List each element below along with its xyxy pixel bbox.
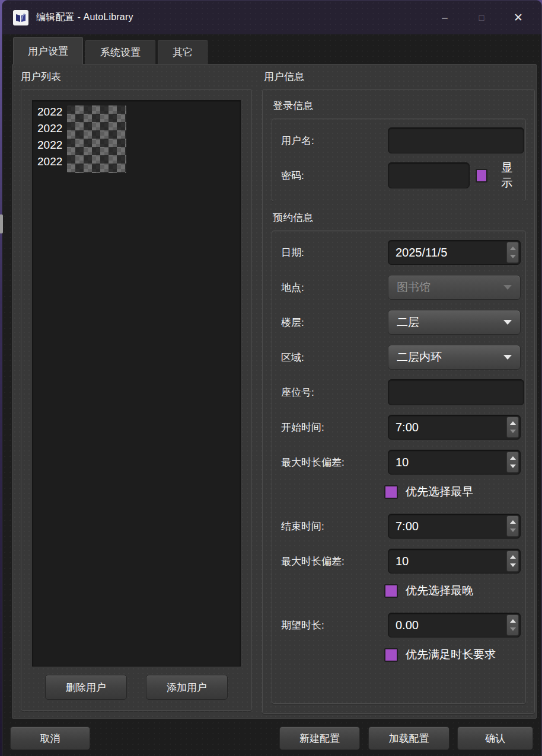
add-user-button[interactable]: 添加用户	[146, 675, 228, 700]
spin-down-icon[interactable]	[510, 528, 516, 532]
start-deviation-value: 10	[388, 456, 506, 469]
location-label: 地点:	[281, 281, 388, 294]
delete-user-button[interactable]: 删除用户	[45, 675, 127, 700]
spin-up-icon[interactable]	[510, 520, 516, 524]
area-label: 区域:	[281, 351, 388, 364]
close-icon[interactable]: ✕	[500, 5, 537, 31]
prefer-latest-label: 优先选择最晚	[406, 583, 473, 598]
password-field[interactable]	[388, 162, 470, 188]
end-deviation-label: 最大时长偏差:	[281, 555, 388, 568]
start-time-spin-buttons[interactable]	[506, 417, 519, 438]
spin-down-icon[interactable]	[510, 627, 516, 631]
window-title: 编辑配置 - AutoLibrary	[36, 11, 133, 24]
start-time-spinbox[interactable]: 7:00	[388, 415, 521, 440]
prefer-earliest-row: 优先选择最早	[384, 484, 521, 499]
tab-bar: 用户设置 系统设置 其它	[2, 34, 541, 64]
floor-label: 楼层:	[281, 316, 388, 329]
tab-user-settings[interactable]: 用户设置	[13, 37, 83, 65]
reservation-groupbox: 日期: 2025/11/5 地点: 图书馆	[272, 230, 526, 704]
end-deviation-spinbox[interactable]: 10	[388, 549, 521, 574]
date-label: 日期:	[281, 246, 388, 260]
expected-duration-label: 期望时长:	[281, 619, 388, 632]
end-time-value: 7:00	[388, 520, 506, 533]
user-settings-panel: 用户列表 2022 2022 2022 2022 删除用户 添加用户 用户信息 …	[12, 64, 537, 719]
start-deviation-spinbox[interactable]: 10	[388, 450, 521, 475]
spin-down-icon[interactable]	[510, 465, 516, 468]
location-dropdown: 图书馆	[388, 275, 521, 300]
chevron-down-icon	[503, 285, 512, 290]
reservation-info-title: 预约信息	[273, 211, 526, 225]
titlebar: 编辑配置 - AutoLibrary – □ ✕	[2, 1, 541, 34]
user-list-buttons: 删除用户 添加用户	[32, 667, 241, 700]
password-label: 密码:	[281, 169, 388, 182]
expected-duration-spinbox[interactable]: 0.00	[388, 613, 521, 638]
login-info-groupbox: 用户名: 密码: 显示	[272, 118, 526, 201]
minimize-icon[interactable]: –	[426, 5, 463, 31]
end-time-spin-buttons[interactable]	[506, 515, 519, 537]
user-list-title: 用户列表	[21, 70, 252, 84]
seat-label: 座位号:	[281, 386, 388, 399]
spin-up-icon[interactable]	[510, 456, 516, 460]
prefer-duration-checkbox[interactable]	[384, 648, 398, 662]
start-deviation-label: 最大时长偏差:	[281, 456, 388, 469]
expected-duration-value: 0.00	[388, 619, 506, 632]
user-list-section: 用户列表 2022 2022 2022 2022 删除用户 添加用户	[21, 70, 252, 711]
end-deviation-value: 10	[388, 555, 506, 568]
background-window-edge	[0, 214, 3, 233]
prefer-latest-checkbox[interactable]	[384, 584, 398, 598]
prefer-duration-label: 优先满足时长要求	[406, 647, 496, 662]
window-controls: – □ ✕	[426, 5, 537, 31]
spin-up-icon[interactable]	[510, 246, 516, 250]
username-label: 用户名:	[281, 134, 388, 148]
show-password-checkbox[interactable]	[476, 169, 487, 182]
spin-down-icon[interactable]	[510, 563, 516, 567]
footer-bar: 取消 新建配置 加载配置 确认	[2, 719, 541, 756]
prefer-earliest-label: 优先选择最早	[406, 484, 473, 499]
user-info-section: 用户信息 登录信息 用户名: 密码: 显示	[262, 70, 535, 714]
end-deviation-spin-buttons[interactable]	[506, 550, 519, 572]
new-config-button[interactable]: 新建配置	[279, 726, 360, 750]
spin-up-icon[interactable]	[510, 421, 516, 425]
spin-down-icon[interactable]	[510, 430, 516, 433]
cancel-button[interactable]: 取消	[10, 726, 90, 750]
user-info-groupbox: 登录信息 用户名: 密码: 显示 预约信息	[262, 89, 535, 714]
prefer-latest-row: 优先选择最晚	[384, 583, 521, 598]
end-time-label: 结束时间:	[281, 520, 388, 533]
start-time-value: 7:00	[388, 421, 506, 434]
area-dropdown[interactable]: 二层内环	[388, 345, 521, 370]
tab-system-settings[interactable]: 系统设置	[85, 40, 155, 64]
prefer-earliest-checkbox[interactable]	[384, 485, 398, 499]
seat-field[interactable]	[388, 379, 524, 405]
spin-down-icon[interactable]	[510, 255, 516, 258]
app-window: 编辑配置 - AutoLibrary – □ ✕ 用户设置 系统设置 其它 用户…	[2, 0, 542, 756]
date-value: 2025/11/5	[388, 246, 506, 260]
end-time-spinbox[interactable]: 7:00	[388, 514, 521, 539]
show-password-label: 显示	[501, 160, 521, 191]
start-time-label: 开始时间:	[281, 421, 388, 434]
floor-dropdown[interactable]: 二层	[388, 310, 521, 335]
floor-value: 二层	[397, 315, 419, 330]
spin-up-icon[interactable]	[510, 555, 516, 559]
user-info-title: 用户信息	[264, 70, 535, 84]
tab-other[interactable]: 其它	[158, 40, 208, 64]
location-value: 图书馆	[397, 280, 431, 295]
spin-up-icon[interactable]	[510, 619, 516, 623]
date-spinbox[interactable]: 2025/11/5	[388, 240, 521, 265]
chevron-down-icon	[503, 355, 512, 360]
user-list-groupbox: 2022 2022 2022 2022 删除用户 添加用户	[21, 89, 252, 711]
user-listbox[interactable]: 2022 2022 2022 2022	[32, 100, 241, 667]
login-info-title: 登录信息	[273, 99, 526, 113]
load-config-button[interactable]: 加载配置	[368, 726, 449, 750]
username-field[interactable]	[388, 127, 524, 153]
app-icon	[13, 10, 28, 25]
confirm-button[interactable]: 确认	[457, 726, 533, 750]
date-spin-buttons[interactable]	[506, 242, 519, 263]
start-deviation-spin-buttons[interactable]	[506, 451, 519, 473]
expected-duration-spin-buttons[interactable]	[506, 614, 519, 636]
maximize-icon[interactable]: □	[463, 5, 500, 31]
prefer-duration-row: 优先满足时长要求	[384, 647, 521, 662]
chevron-down-icon	[503, 320, 512, 325]
area-value: 二层内环	[397, 350, 442, 365]
redacted-overlay	[67, 105, 126, 173]
